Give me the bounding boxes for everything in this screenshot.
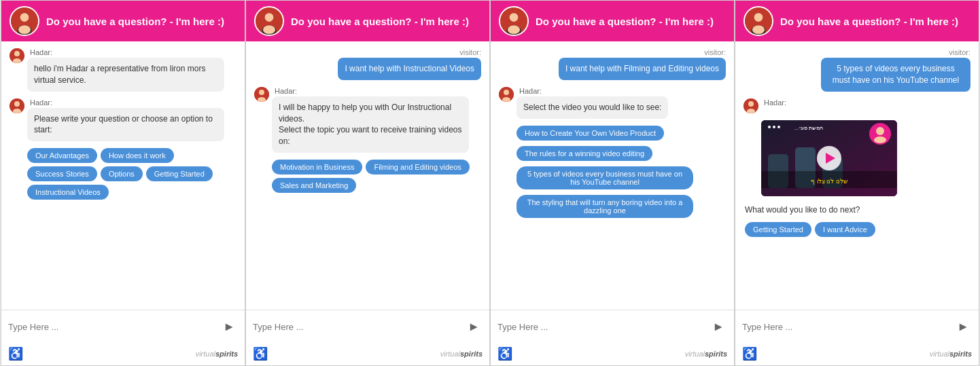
bubble-agent-3: I will be happy to help you with Our Ins… [272, 96, 469, 153]
agent-msg-row-2: Hadar: I will be happy to help you with … [254, 87, 481, 153]
play-button[interactable] [817, 146, 841, 170]
chat-header-4: Do you have a question? - I'm here :) [735, 1, 979, 41]
agent-avatar-small-2 [10, 98, 24, 113]
chat-messages-4[interactable]: visitor: 5 types of videos every busines… [735, 41, 979, 310]
option-btn-5-types[interactable]: 5 types of videos every business must ha… [517, 166, 693, 189]
visitor-label-3: visitor: [499, 48, 726, 56]
chat-messages-1[interactable]: Hadar: hello i'm Hadar a representative … [1, 41, 245, 310]
agent-msg-row-3: Hadar: Select the video you would like t… [499, 87, 726, 119]
svg-point-22 [504, 90, 509, 95]
play-triangle-icon [826, 153, 835, 164]
agent-name-5: Hadar: [764, 98, 786, 107]
option-buttons-2: Motivation in Business Filming and Editi… [272, 160, 481, 193]
option-btn-instructional-videos[interactable]: Instructional Videos [27, 185, 109, 200]
svg-text:שלנו לנו צלו ף: שלנו לנו צלו ף [811, 178, 847, 185]
avatar-1 [10, 6, 39, 36]
option-btn-filming[interactable]: Filming and Editing videos [366, 160, 469, 175]
option-btn-winning-editing[interactable]: The rules for a winning video editing [517, 146, 652, 161]
chat-input-area-3: ► [491, 310, 734, 344]
send-button-1[interactable]: ► [220, 320, 238, 334]
option-btn-our-advantages[interactable]: Our Advantages [27, 148, 97, 163]
svg-point-5 [14, 51, 20, 56]
header-text-3: Do you have a question? - I'm here :) [536, 16, 714, 27]
send-button-3[interactable]: ► [710, 320, 727, 334]
chat-widget-2: Do you have a question? - I'm here :) vi… [245, 0, 490, 366]
agent-name-1: Hadar: [30, 48, 224, 56]
chat-widget-1: Do you have a question? - I'm here :) Ha… [1, 0, 245, 366]
bubble-agent-1: hello i'm Hadar a representative from li… [27, 58, 224, 92]
option-btn-options[interactable]: Options [101, 166, 143, 181]
chat-input-1[interactable] [8, 322, 220, 332]
chat-footer-1: ♿ virtualspirits [1, 344, 245, 365]
svg-point-25 [754, 13, 763, 22]
svg-point-38 [876, 127, 884, 135]
visitor-bubble-2: I want help with Instructional Videos [338, 58, 481, 80]
option-btn-how-does-it-work[interactable]: How does it work [101, 148, 174, 163]
chat-header-3: Do you have a question? - I'm here :) [491, 1, 734, 41]
option-btn-motivation[interactable]: Motivation in Business [272, 160, 362, 175]
visitor-msg-row-2: I want help with Instructional Videos [254, 58, 481, 80]
agent-avatar-small [10, 48, 24, 63]
send-button-4[interactable]: ► [954, 320, 972, 334]
chat-input-3[interactable] [497, 322, 710, 332]
agent-msg-row-4: Hadar: [743, 98, 970, 113]
option-btn-sales-marketing[interactable]: Sales and Marketing [272, 178, 356, 193]
chat-input-4[interactable] [742, 322, 954, 332]
svg-point-8 [14, 101, 20, 107]
chat-footer-3: ♿ virtualspirits [491, 344, 734, 365]
svg-point-18 [510, 13, 519, 22]
option-buttons-3: How to Create Your Own Video Product The… [517, 126, 726, 218]
agent-name-3: Hadar: [275, 87, 469, 95]
option-buttons-1: Our Advantages How does it work Success … [27, 148, 237, 200]
option-btn-styling[interactable]: The styling that will turn any boring vi… [517, 195, 693, 218]
option-btn-create-video[interactable]: How to Create Your Own Video Product [517, 126, 664, 141]
svg-point-3 [18, 25, 31, 34]
chat-messages-3[interactable]: visitor: I want help with Filming and Ed… [491, 41, 734, 310]
agent-avatar-small-4 [499, 87, 514, 102]
agent-name-2: Hadar: [30, 98, 224, 107]
avatar-4 [743, 6, 773, 36]
visitor-bubble-4: 5 types of videos every business must ha… [821, 58, 970, 92]
visitor-msg-row-3: I want help with Filming and Editing vid… [499, 58, 726, 80]
svg-point-39 [874, 136, 886, 143]
chat-input-area-1: ► [1, 310, 245, 344]
agent-name-4: Hadar: [519, 87, 668, 95]
svg-point-27 [752, 25, 765, 34]
video-thumbnail[interactable]: שלנו לנו צלו ף חמשת סוגי... [761, 120, 897, 196]
header-text-4: Do you have a question? - I'm here :) [780, 16, 958, 27]
chat-input-2[interactable] [253, 322, 465, 332]
agent-avatar-small-3 [254, 87, 269, 102]
next-question-bubble: What would you like to do next? [745, 202, 860, 219]
option-btn-getting-started-4[interactable]: Getting Started [745, 222, 811, 237]
send-button-2[interactable]: ► [465, 320, 483, 334]
svg-point-29 [748, 101, 754, 107]
brand-text-1: virtualspirits [196, 350, 238, 358]
avatar-2 [254, 6, 284, 36]
msg-row-agent-2: Hadar: Please write your question or cho… [10, 98, 237, 142]
chat-footer-4: ♿ virtualspirits [735, 344, 979, 365]
video-inner: שלנו לנו צלו ף חמשת סוגי... [761, 120, 897, 196]
agent-avatar-small-5 [743, 98, 758, 113]
brand-text-3: virtualspirits [685, 350, 727, 358]
header-text-2: Do you have a question? - I'm here :) [291, 16, 469, 27]
option-btn-getting-started[interactable]: Getting Started [146, 166, 213, 181]
chat-messages-2[interactable]: visitor: I want help with Instructional … [246, 41, 489, 310]
visitor-bubble-3: I want help with Filming and Editing vid… [559, 58, 726, 80]
chat-header-2: Do you have a question? - I'm here :) [246, 1, 489, 41]
header-text-1: Do you have a question? - I'm here :) [46, 16, 224, 27]
svg-point-1 [20, 13, 29, 22]
option-btn-want-advice[interactable]: I want Advice [815, 222, 875, 237]
bubble-agent-2: Please write your question or choose an … [27, 108, 224, 142]
chat-input-area-4: ► [735, 310, 979, 344]
accessibility-icon-4: ♿ [742, 346, 757, 361]
chat-footer-2: ♿ virtualspirits [246, 344, 489, 365]
svg-point-42 [777, 126, 780, 128]
svg-point-11 [265, 13, 274, 22]
svg-point-13 [263, 25, 275, 34]
option-btn-success-stories[interactable]: Success Stories [27, 166, 97, 181]
svg-point-41 [773, 126, 775, 128]
accessibility-icon-2: ♿ [253, 346, 268, 361]
avatar-3 [499, 6, 529, 36]
svg-point-15 [259, 90, 264, 95]
svg-point-20 [508, 25, 520, 34]
